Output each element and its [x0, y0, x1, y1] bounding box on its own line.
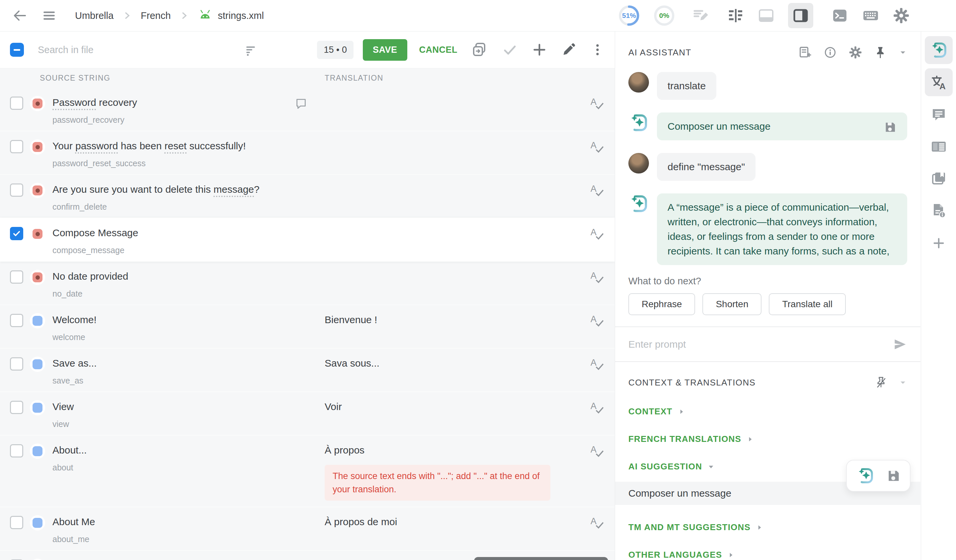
string-key: no_date: [52, 289, 325, 299]
translation-progress-ring[interactable]: 51%: [618, 5, 640, 27]
bottom-panel-view-icon[interactable]: [758, 7, 775, 24]
select-all-checkbox[interactable]: [10, 43, 24, 57]
ai-action-button[interactable]: Rephrase: [628, 293, 695, 315]
translation-editor: Umbrella French strings.xml 51% 0%: [0, 0, 956, 560]
top-bar: Umbrella French strings.xml 51% 0%: [0, 0, 956, 31]
list-toolbar: 15 • 0 SAVE CANCEL: [0, 31, 615, 68]
table-row[interactable]: Your password has been reset successfull…: [0, 131, 615, 174]
send-icon[interactable]: [893, 337, 907, 352]
user-avatar[interactable]: [923, 5, 944, 26]
spellcheck-icon[interactable]: [590, 270, 604, 284]
save-suggestion-icon[interactable]: [886, 469, 901, 483]
row-checkbox[interactable]: [10, 97, 23, 110]
context-translations-panel: CONTEXT & TRANSLATIONS CONTEXT FRENCH TR…: [615, 362, 920, 560]
table-row[interactable]: Are you sure you want to delete this mes…: [0, 174, 615, 218]
spellcheck-icon[interactable]: [590, 515, 604, 530]
spellcheck-icon[interactable]: [590, 400, 604, 415]
row-checkbox[interactable]: [10, 184, 23, 197]
row-checkbox[interactable]: [10, 516, 23, 529]
breadcrumb-project[interactable]: Umbrella: [75, 10, 113, 21]
spellcheck-icon[interactable]: [590, 313, 604, 328]
row-checkbox[interactable]: [10, 270, 23, 284]
rail-glossary-icon[interactable]: [925, 165, 953, 193]
row-checkbox[interactable]: [10, 314, 23, 327]
collapse-chevron-icon[interactable]: [899, 378, 907, 387]
side-by-side-view-icon[interactable]: [727, 7, 744, 24]
add-plus-icon[interactable]: [532, 42, 547, 57]
menu-icon[interactable]: [42, 8, 57, 23]
table-row[interactable]: View view Voir: [0, 391, 615, 435]
cancel-button[interactable]: CANCEL: [419, 45, 458, 55]
breadcrumb-file[interactable]: strings.xml: [218, 10, 264, 21]
save-button[interactable]: SAVE: [363, 39, 407, 61]
translation-status-badge: [30, 559, 45, 560]
context-section-header[interactable]: TM AND MT SUGGESTIONS: [628, 522, 907, 532]
back-icon[interactable]: [12, 8, 27, 23]
pin-icon[interactable]: [874, 46, 887, 59]
spellcheck-icon[interactable]: [590, 559, 604, 560]
context-section-header[interactable]: FRENCH TRANSLATIONS: [628, 434, 907, 444]
spellcheck-icon[interactable]: [590, 226, 604, 241]
terminal-icon[interactable]: [831, 7, 848, 24]
info-icon[interactable]: [824, 46, 837, 59]
search-input[interactable]: [38, 44, 194, 55]
row-checkbox[interactable]: [10, 401, 23, 414]
spellcheck-icon[interactable]: [590, 444, 604, 458]
spellcheck-icon[interactable]: [590, 357, 604, 371]
filter-icon[interactable]: [244, 42, 258, 57]
keyboard-icon[interactable]: [862, 7, 880, 25]
prompt-input[interactable]: [628, 339, 893, 350]
approval-progress-ring[interactable]: 0%: [653, 5, 675, 27]
table-row[interactable]: No date provided no_date: [0, 261, 615, 304]
table-row[interactable]: About Me about_me À propos de moi: [0, 507, 615, 550]
string-key: about_me: [52, 535, 325, 544]
collapse-chevron-icon[interactable]: [899, 48, 907, 57]
spellcheck-icon[interactable]: [590, 183, 604, 198]
right-panel-view-icon[interactable]: [788, 3, 813, 28]
ai-sparkle-icon[interactable]: [856, 466, 875, 485]
context-section-header[interactable]: CONTEXT: [628, 406, 907, 417]
unpin-icon[interactable]: [875, 376, 887, 389]
rail-add-panel-icon[interactable]: [925, 229, 953, 257]
row-checkbox[interactable]: [10, 227, 23, 240]
qa-error-message: The source text ends with "..."; add "..…: [325, 465, 550, 500]
android-icon: [198, 9, 212, 23]
table-row[interactable]: Save as... save_as Sava sous...: [0, 348, 615, 391]
row-checkbox[interactable]: [10, 357, 23, 370]
next-question-label: What to do next?: [628, 276, 907, 287]
edit-pencil-icon[interactable]: [561, 42, 576, 57]
breadcrumb-language[interactable]: French: [141, 10, 171, 21]
proofread-icon[interactable]: [692, 7, 709, 24]
table-row[interactable]: About... about À propos The source text …: [0, 435, 615, 507]
copy-source-icon[interactable]: [471, 41, 488, 58]
row-checkbox[interactable]: [10, 444, 23, 458]
caret-icon: [708, 463, 715, 471]
settings-gear-icon[interactable]: [893, 7, 910, 24]
rail-context-card-icon[interactable]: [925, 133, 953, 161]
new-conversation-icon[interactable]: [798, 45, 811, 60]
string-key: save_as: [52, 376, 325, 386]
save-suggestion-icon[interactable]: [883, 121, 896, 134]
source-string: Are you sure you want to delete this mes…: [52, 183, 325, 196]
table-row[interactable]: Welcome! welcome Bienvenue !: [0, 304, 615, 348]
table-row[interactable]: Password recovery password_recovery: [0, 88, 615, 131]
row-checkbox[interactable]: [10, 140, 23, 153]
rail-comments-icon[interactable]: [925, 100, 953, 129]
spellcheck-icon[interactable]: [590, 96, 604, 110]
more-kebab-icon[interactable]: [590, 42, 605, 57]
rail-ai-assistant-icon[interactable]: [925, 36, 953, 64]
string-key: compose_message: [52, 246, 325, 255]
ai-action-button[interactable]: Translate all: [769, 293, 846, 315]
context-section-header[interactable]: OTHER LANGUAGES: [628, 550, 907, 560]
rail-file-info-icon[interactable]: [925, 197, 953, 225]
comment-icon[interactable]: [294, 97, 308, 110]
spellcheck-icon[interactable]: [590, 140, 604, 154]
string-list: Password recovery password_recovery Your…: [0, 88, 615, 560]
ai-sparkle-icon: [628, 193, 649, 214]
rail-translate-icon[interactable]: A: [925, 68, 953, 96]
approve-check-icon[interactable]: [502, 42, 518, 58]
ai-settings-gear-icon[interactable]: [849, 46, 862, 59]
ai-action-button[interactable]: Shorten: [703, 293, 761, 315]
table-row[interactable]: Compose Message compose_message: [0, 218, 615, 261]
source-string: Welcome!: [52, 313, 325, 326]
